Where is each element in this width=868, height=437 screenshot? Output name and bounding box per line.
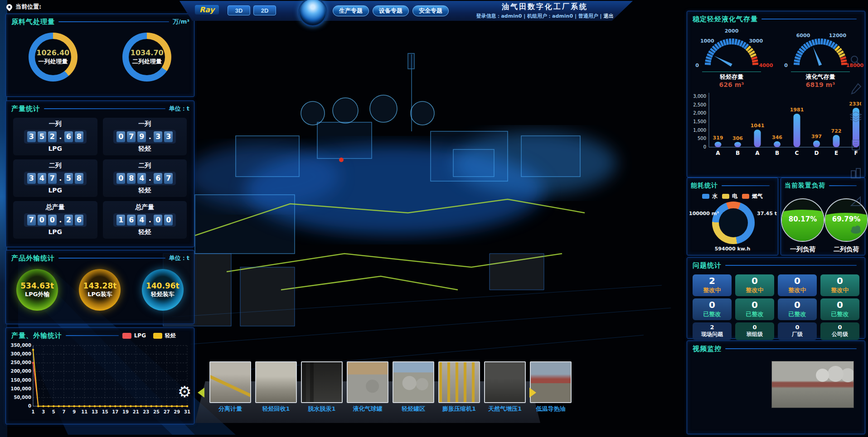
settings-gear-icon[interactable]: ⚙ xyxy=(178,384,191,399)
digit-cell: 0 xyxy=(38,215,46,226)
digit-cell: 3 xyxy=(154,131,162,142)
digit-cell: 9 xyxy=(137,131,146,142)
issue-active-cell: 0整改中 xyxy=(735,274,774,296)
gauge-tick-label: 6000 xyxy=(796,33,810,38)
carousel-item: 液化气球罐 xyxy=(347,361,388,413)
digit-cell: 5 xyxy=(64,173,73,184)
export-orb: 534.63tLPG外输 xyxy=(16,269,58,311)
export-orb: 140.96t轻烃装车 xyxy=(142,269,184,311)
svg-text:2,000: 2,000 xyxy=(693,110,706,115)
equipment-thumbnail[interactable] xyxy=(301,361,343,403)
export-label: LPG装车 xyxy=(87,290,112,298)
issue-active-label: 整改中 xyxy=(693,286,732,294)
brand-logo: Ray xyxy=(195,5,219,14)
raw-gas-donuts: 1026.40一列处理量1034.70二列处理量 xyxy=(6,33,194,82)
carousel-item: 脱水脱汞1 xyxy=(301,361,343,413)
mode-3d-button[interactable]: 3D xyxy=(228,5,250,15)
panel-title: 问题统计 xyxy=(693,261,722,270)
svg-text:306: 306 xyxy=(732,135,743,141)
equipment-thumbnail[interactable] xyxy=(347,361,388,403)
system-title: 油气田数字化工厂系统 xyxy=(461,2,629,12)
alarm-dot[interactable] xyxy=(339,158,344,162)
svg-text:150,000: 150,000 xyxy=(10,378,31,383)
svg-text:300,000: 300,000 xyxy=(10,351,31,356)
digit-cell: 0 xyxy=(116,131,125,142)
nav-equipment-button[interactable]: 设备专题 xyxy=(373,5,409,16)
card-product-label: LPG xyxy=(16,228,95,235)
issue-done-label: 已整改 xyxy=(693,310,732,318)
card-product-label: 轻烃 xyxy=(106,145,184,153)
equipment-thumbnail[interactable] xyxy=(255,361,297,403)
card-product-label: 轻烃 xyxy=(106,228,184,236)
production-cards: 一列352.68LPG一列079.33轻烃二列347.58LPG二列084.67… xyxy=(6,114,194,242)
equipment-label: 脱水脱汞1 xyxy=(301,405,343,413)
digit-cell: 7 xyxy=(127,131,136,142)
panel-energy: 能耗统计 水电燃气 100000 m³ 37.45 t 594000 kw.h xyxy=(687,178,778,255)
equipment-thumbnail[interactable] xyxy=(209,361,251,403)
nav-production-button[interactable]: 生产专题 xyxy=(333,5,369,16)
document-icon[interactable] xyxy=(849,139,862,151)
panel-title: 能耗统计 xyxy=(691,182,718,190)
svg-text:23: 23 xyxy=(143,409,149,414)
logout-button[interactable]: 退出 xyxy=(604,13,614,19)
svg-text:1041: 1041 xyxy=(751,123,765,129)
svg-text:100,000: 100,000 xyxy=(10,386,31,391)
cloud-icon[interactable] xyxy=(849,223,862,235)
svg-text:5: 5 xyxy=(52,409,55,414)
digit-cell: 6 xyxy=(64,131,73,142)
panel-issues: 问题统计 2整改中0已整改2现场问题0整改中0已整改0班组级0整改中0已整改0厂… xyxy=(687,257,865,339)
svg-text:200,000: 200,000 xyxy=(10,369,31,374)
digit-cell: 2 xyxy=(64,215,73,226)
svg-text:0: 0 xyxy=(28,403,31,408)
svg-text:19: 19 xyxy=(122,409,129,414)
energy-legend: 水电燃气 xyxy=(687,192,778,200)
carousel-items: 分离计量轻烃回收1脱水脱汞1液化气球罐轻烃罐区膨胀压缩机1天然气增压1低温导热油 xyxy=(209,361,572,413)
building-icon[interactable] xyxy=(849,167,862,179)
equipment-thumbnail[interactable] xyxy=(438,361,480,403)
svg-text:722: 722 xyxy=(831,128,842,134)
equipment-label: 轻烃罐区 xyxy=(393,405,434,413)
equipment-label: 液化气球罐 xyxy=(347,405,388,413)
equipment-thumbnail[interactable] xyxy=(393,361,434,403)
equipment-label: 低温导热油 xyxy=(530,405,572,413)
gauge-tick-label: 0 xyxy=(784,62,788,68)
card-train-label: 一列 xyxy=(16,120,95,128)
issue-active-label: 整改中 xyxy=(778,286,817,294)
issue-column: 0整改中0已整改0班组级 xyxy=(735,274,774,340)
legend-swatch xyxy=(153,333,162,339)
gauge-underline xyxy=(702,72,761,72)
digit-cell: 1 xyxy=(116,215,125,226)
digit-cell: 3 xyxy=(27,173,36,184)
layers-icon[interactable] xyxy=(849,110,862,123)
svg-text:31: 31 xyxy=(184,409,190,414)
sphere-tanks xyxy=(301,95,434,125)
carousel-left-arrow[interactable] xyxy=(198,388,204,398)
legend-item: LPG xyxy=(122,332,146,339)
export-label: LPG外输 xyxy=(25,290,49,298)
panel-unit: 单位：t xyxy=(169,105,189,113)
svg-text:27: 27 xyxy=(164,409,170,414)
ruler-icon[interactable] xyxy=(849,195,862,207)
equipment-thumbnail[interactable] xyxy=(484,361,526,403)
svg-text:1,000: 1,000 xyxy=(693,128,706,133)
mode-2d-button[interactable]: 2D xyxy=(253,5,276,15)
edit-pen-icon[interactable] xyxy=(849,82,862,95)
carousel-right-arrow[interactable] xyxy=(529,388,536,398)
nav-safety-button[interactable]: 安全专题 xyxy=(412,5,449,16)
digit-cell: . xyxy=(148,131,152,142)
load-percent: 80.17% xyxy=(782,215,824,223)
video-feed-thumbnail[interactable] xyxy=(771,361,854,408)
svg-text:2,500: 2,500 xyxy=(693,102,706,107)
search-icon[interactable] xyxy=(849,54,862,67)
issue-done-count: 0 xyxy=(693,299,732,310)
digit-display: 164.00 xyxy=(113,213,176,227)
stock-bar-chart: 05001,0001,5002,0002,5003,000319A306B104… xyxy=(687,89,865,163)
issue-active-count: 2 xyxy=(693,275,732,286)
issue-foot-label: 现场问题 xyxy=(693,331,732,338)
production-card: 总产量700.26LPG xyxy=(13,201,97,239)
legend-swatch xyxy=(702,194,709,199)
panel-title: 原料气处理量 xyxy=(11,18,55,26)
svg-text:319: 319 xyxy=(713,135,723,141)
svg-text:17: 17 xyxy=(112,409,118,414)
legend-label: LPG xyxy=(134,332,146,339)
